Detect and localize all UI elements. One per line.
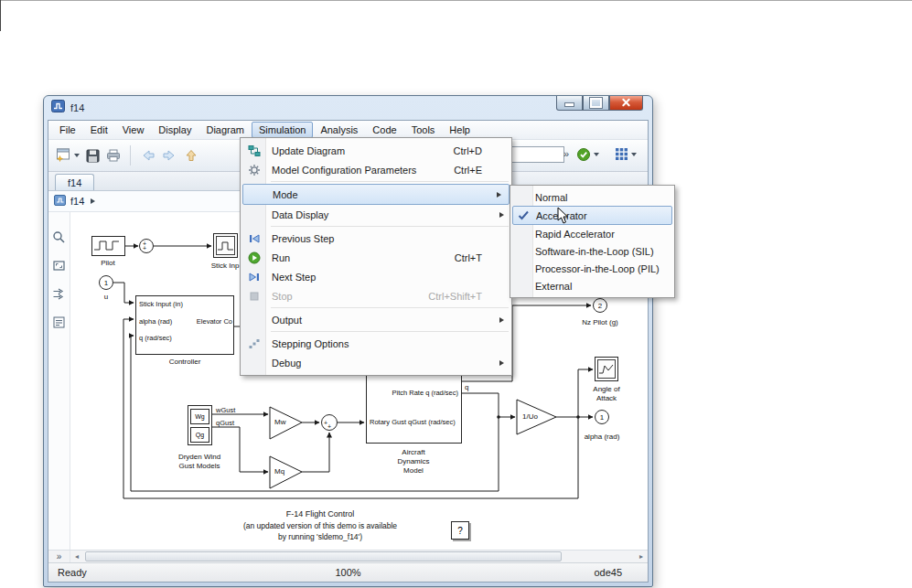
inport-u-label: u [104,293,108,301]
status-bar: Ready 100% ode45 [48,562,648,582]
menu-file[interactable]: File [52,122,83,138]
step-forward-icon [242,271,266,283]
scroll-right-icon[interactable]: ▸ [635,551,648,562]
menu-item-run[interactable]: Run Ctrl+T [241,248,511,267]
stick-input-scope-block[interactable] [213,233,238,258]
menu-item-shortcut: Ctrl+T [455,252,482,263]
more-info-block[interactable]: ? [451,521,469,540]
menu-item-label: Model Configuration Parameters [272,165,416,176]
stop-time-input[interactable] [506,146,564,163]
menu-item-model-configuration-parameters[interactable]: Model Configuration Parameters Ctrl+E [241,160,511,179]
menu-item-debug[interactable]: Debug [241,353,511,372]
submenu-item-rapid-accelerator[interactable]: Rapid Accelerator [510,225,674,242]
menu-item-output[interactable]: Output [241,310,511,329]
back-button[interactable] [139,149,156,162]
sum-block-2[interactable]: + + [321,414,338,431]
breadcrumb-item-f14[interactable]: f14 [70,196,84,207]
zoom-button[interactable] [52,230,66,248]
submenu-item-external[interactable]: External [510,277,674,294]
outport-nz[interactable]: 2 [593,298,607,313]
up-to-parent-button[interactable] [185,149,198,162]
pan-arrows-icon [52,287,66,301]
port-label-elevator: Elevator Co [197,317,232,326]
outport-alpha[interactable]: 1 [595,410,609,424]
submenu-item-software-in-the-loop[interactable]: Software-in-the-Loop (SIL) [510,242,674,260]
scrollbar-thumb[interactable] [85,551,562,561]
check-icon [513,210,533,220]
menu-item-label: External [535,281,572,292]
menu-display[interactable]: Display [151,122,198,138]
controller-block[interactable]: Stick Input (in) alpha (rad) Elevator Co… [135,295,234,355]
aircraft-dynamics-block[interactable]: Pitch Rate q (rad/sec) Rotary Gust qGust… [366,370,462,444]
tab-label: f14 [68,177,81,188]
menu-item-previous-step[interactable]: Previous Step [241,229,511,248]
scroll-left-icon[interactable]: ◂ [70,551,83,562]
sum-block[interactable]: + + [139,239,154,253]
new-model-button[interactable] [56,148,80,163]
top-border-line [0,0,912,1]
dryden-gust-block[interactable]: Wg Qg [188,405,212,445]
save-button[interactable] [86,149,100,163]
close-button[interactable] [609,96,643,111]
signal-label-q: q [465,383,468,391]
gain-mq-label[interactable]: Mq [274,467,284,476]
submenu-item-normal[interactable]: Normal [510,188,674,206]
scrollbar-track[interactable] [83,551,635,562]
window-controls [556,96,643,111]
titlebar[interactable]: f14 [44,96,652,120]
menu-diagram[interactable]: Diagram [198,122,252,138]
build-button[interactable] [615,147,637,161]
pan-button[interactable] [52,287,66,305]
angle-of-attack-scope-block[interactable] [595,357,618,381]
menu-item-update-diagram[interactable]: Update Diagram Ctrl+D [241,141,511,160]
print-button[interactable] [106,149,121,162]
toolbar-separator [130,145,131,166]
window-title: f14 [70,102,84,113]
menu-item-next-step[interactable]: Next Step [241,267,511,286]
toolbar-overflow-button[interactable]: » [563,148,569,159]
menu-help[interactable]: Help [442,122,477,138]
menu-item-label: Data Display [272,209,328,220]
model-caption-line3: by running 'sldemo_f14') [278,532,362,541]
dropdown-caret-icon [594,153,599,156]
menu-item-data-display[interactable]: Data Display [241,205,511,224]
annotation-button[interactable] [52,315,66,333]
menu-simulation[interactable]: Simulation [252,122,313,138]
menu-separator [271,181,509,182]
menu-item-stepping-options[interactable]: Stepping Options [241,334,511,353]
menu-item-label: Processor-in-the-Loop (PIL) [535,263,660,274]
run-check-button[interactable] [576,147,599,162]
fit-to-view-button[interactable] [52,259,66,276]
menu-tools[interactable]: Tools [404,122,443,138]
forward-arrow-icon [162,149,178,162]
minimize-button[interactable] [556,96,583,111]
maximize-button[interactable] [583,96,609,111]
outport-nz-label: Nz Pilot (g) [582,318,618,326]
menu-item-label: Normal [535,192,567,203]
submenu-arrow-icon [499,212,504,218]
menu-item-mode[interactable]: Mode [242,184,510,205]
menu-edit[interactable]: Edit [83,122,115,138]
gear-icon [242,164,266,176]
outport-number: 1 [600,413,604,422]
palette-overflow-button[interactable]: » [48,551,70,562]
gain-uo-label[interactable]: 1/Uo [522,412,538,421]
menu-code[interactable]: Code [365,122,403,138]
menu-item-label: Stepping Options [272,338,349,349]
tab-f14[interactable]: f14 [55,174,94,190]
menu-item-stop: Stop Ctrl+Shift+T [241,286,511,305]
submenu-item-processor-in-the-loop[interactable]: Processor-in-the-Loop (PIL) [510,260,674,277]
inport-u[interactable]: 1 [99,275,113,290]
aoa-scope-label-2: Attack [596,394,617,402]
minimize-icon [564,102,574,107]
menu-item-label: Output [272,315,302,326]
forward-button[interactable] [162,149,178,162]
menu-item-label: Software-in-the-Loop (SIL) [535,246,654,257]
gain-mw-label[interactable]: Mw [274,418,285,426]
submenu-arrow-icon [499,360,504,366]
menu-view[interactable]: View [115,122,152,138]
pilot-block[interactable] [91,236,125,256]
sum-sign: + [143,245,146,251]
submenu-item-accelerator[interactable]: Accelerator [512,206,672,225]
menu-analysis[interactable]: Analysis [313,122,365,138]
